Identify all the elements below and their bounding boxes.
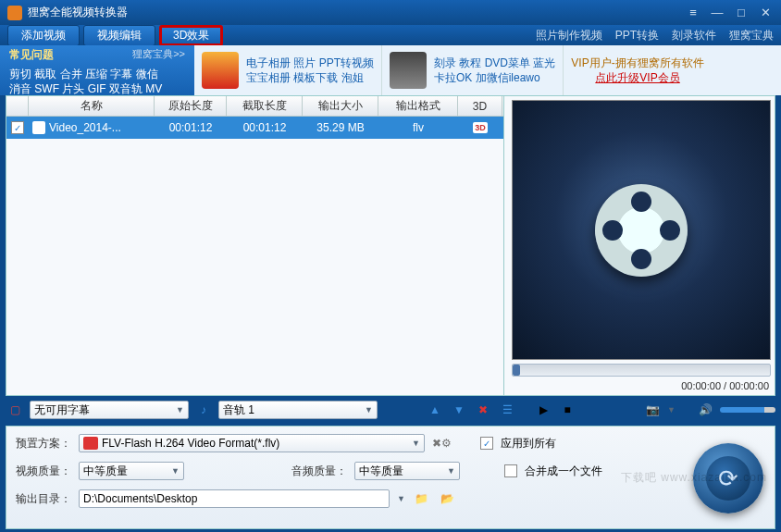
- 3d-effect-button[interactable]: 3D效果: [159, 25, 223, 46]
- file-icon: [32, 121, 45, 134]
- delete-icon[interactable]: ✖: [474, 401, 492, 419]
- audio-track-icon[interactable]: ♪: [194, 401, 213, 419]
- link-burn[interactable]: 刻录软件: [672, 28, 716, 43]
- table-header: 名称 原始长度 截取长度 输出大小 输出格式 3D: [6, 96, 503, 117]
- toolbar-links: 照片制作视频 PPT转换 刻录软件 狸窝宝典: [536, 28, 774, 43]
- open-folder-icon[interactable]: 📂: [439, 489, 457, 508]
- stop-button[interactable]: ■: [558, 401, 576, 419]
- faq-more-link[interactable]: 狸窝宝典>>: [132, 47, 185, 63]
- window-title: 狸窝全能视频转换器: [28, 5, 128, 20]
- faq-bar: 常见问题 狸窝宝典>> 剪切 截取 合并 压缩 字幕 微信 消音 SWF 片头 …: [0, 45, 781, 95]
- preset-label: 预置方案：: [16, 436, 71, 452]
- apply-all-label: 应用到所有: [501, 436, 556, 452]
- main-area: 名称 原始长度 截取长度 输出大小 输出格式 3D ✓ Video_2014-.…: [6, 95, 775, 396]
- preset-settings-icon[interactable]: ✖⚙: [432, 434, 451, 452]
- col-orig-length[interactable]: 原始长度: [155, 96, 227, 116]
- film-reel-icon: [595, 184, 688, 277]
- maximize-icon[interactable]: □: [733, 6, 750, 20]
- output-dir-label: 输出目录：: [16, 491, 71, 507]
- subtitle-icon[interactable]: ▢: [6, 401, 24, 419]
- row-checkbox[interactable]: ✓: [11, 121, 24, 134]
- 3d-badge-icon[interactable]: 3D: [473, 122, 488, 133]
- video-quality-label: 视频质量：: [16, 464, 71, 479]
- move-up-icon[interactable]: ▲: [426, 401, 444, 419]
- phone-icon: [390, 52, 427, 89]
- menu-icon[interactable]: ≡: [685, 6, 701, 20]
- col-checkbox[interactable]: [6, 96, 29, 116]
- col-3d[interactable]: 3D: [458, 96, 502, 116]
- col-output-size[interactable]: 输出大小: [303, 96, 378, 116]
- apply-all-checkbox[interactable]: ✓: [480, 437, 493, 450]
- play-button[interactable]: ▶: [534, 401, 552, 419]
- faq-keywords[interactable]: 剪切 截取 合并 压缩 字幕 微信 消音 SWF 片头 GIF 双音轨 MV: [0, 65, 194, 98]
- merge-checkbox[interactable]: [504, 464, 517, 477]
- main-toolbar: 添加视频 视频编辑 3D效果 照片制作视频 PPT转换 刻录软件 狸窝宝典: [0, 25, 781, 45]
- browse-folder-icon[interactable]: 📁: [413, 489, 431, 508]
- video-preview[interactable]: [512, 100, 771, 360]
- video-edit-button[interactable]: 视频编辑: [83, 25, 155, 46]
- col-output-format[interactable]: 输出格式: [378, 96, 458, 116]
- audio-quality-label: 音频质量：: [291, 464, 347, 479]
- link-photo-video[interactable]: 照片制作视频: [536, 28, 602, 43]
- convert-button[interactable]: ⟳: [693, 443, 763, 513]
- clear-list-icon[interactable]: ☰: [498, 401, 516, 419]
- preview-pane: 00:00:00 / 00:00:00: [504, 96, 775, 395]
- preset-select[interactable]: FLV-Flash H.264 Video Format(*.flv)▼: [79, 434, 425, 452]
- output-dir-input[interactable]: D:\Documents\Desktop: [79, 489, 390, 508]
- vip-upgrade-link[interactable]: 点此升级VIP会员: [571, 70, 703, 85]
- minimize-icon[interactable]: —: [709, 6, 725, 20]
- app-logo-icon: [7, 6, 22, 20]
- volume-slider[interactable]: [720, 407, 775, 413]
- timecode: 00:00:00 / 00:00:00: [512, 380, 771, 391]
- titlebar: 狸窝全能视频转换器 ≡ — □ ✕: [0, 0, 781, 25]
- merge-label: 合并成一个文件: [525, 464, 602, 479]
- sub-toolbar: ▢ 无可用字幕▼ ♪ 音轨 1▼ ▲ ▼ ✖ ☰ ▶ ■ 📷 ▼ 🔊: [6, 398, 775, 422]
- col-name[interactable]: 名称: [29, 96, 155, 116]
- link-ppt-convert[interactable]: PPT转换: [615, 28, 659, 43]
- seek-slider[interactable]: [512, 364, 771, 377]
- flv-format-icon: [83, 437, 98, 450]
- list-empty-area[interactable]: [6, 139, 503, 395]
- add-video-button[interactable]: 添加视频: [7, 25, 80, 46]
- col-cut-length[interactable]: 截取长度: [227, 96, 303, 116]
- output-panel: 预置方案： FLV-Flash H.264 Video Format(*.flv…: [6, 426, 775, 529]
- link-baodian[interactable]: 狸窝宝典: [729, 28, 774, 43]
- volume-icon[interactable]: 🔊: [696, 401, 714, 419]
- audio-quality-select[interactable]: 中等质量▼: [354, 462, 460, 480]
- close-icon[interactable]: ✕: [757, 6, 774, 20]
- ppt-icon: [202, 52, 239, 89]
- file-list-pane: 名称 原始长度 截取长度 输出大小 输出格式 3D ✓ Video_2014-.…: [6, 96, 504, 395]
- convert-icon: ⟳: [706, 456, 750, 501]
- snapshot-icon[interactable]: 📷: [643, 401, 662, 419]
- faq-title: 常见问题: [9, 47, 54, 63]
- video-quality-select[interactable]: 中等质量▼: [79, 462, 184, 480]
- subtitle-select[interactable]: 无可用字幕▼: [30, 401, 189, 419]
- table-row[interactable]: ✓ Video_2014-... 00:01:12 00:01:12 35.29…: [6, 117, 503, 139]
- move-down-icon[interactable]: ▼: [450, 401, 468, 419]
- audio-track-select[interactable]: 音轨 1▼: [218, 401, 378, 419]
